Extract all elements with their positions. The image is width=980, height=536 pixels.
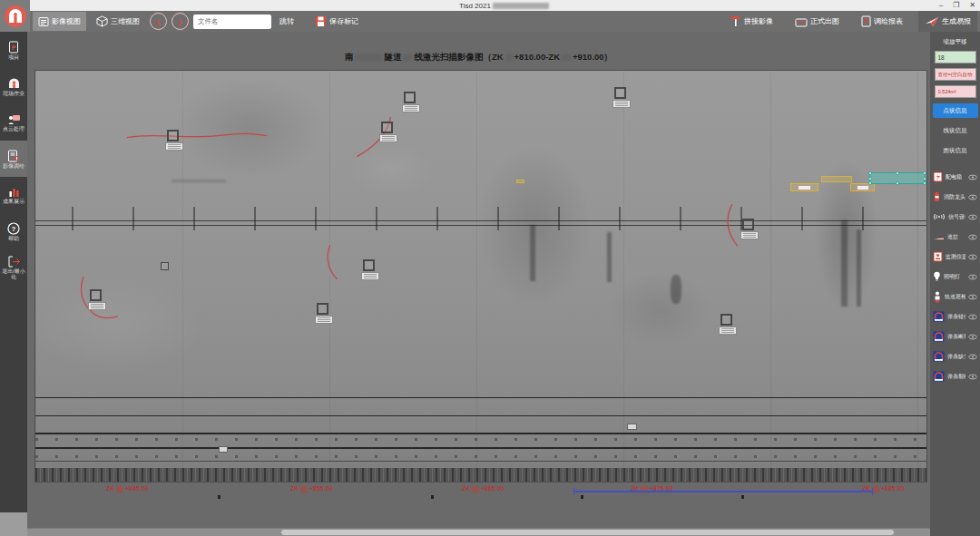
tunnel-scan-image[interactable] — [34, 70, 927, 482]
layer-item-monitor-instrument[interactable]: 监测仪器 — [930, 247, 980, 267]
layer-item-clip-defect[interactable]: 弹条裂纹 — [930, 366, 980, 386]
clip-defect — [933, 311, 945, 322]
censored-text — [505, 54, 513, 61]
defect-marker[interactable] — [167, 130, 179, 141]
layer-item-distribution-box[interactable]: 配电箱 — [930, 167, 980, 187]
form-view-icon — [38, 16, 49, 27]
layer-item-track-inspector[interactable]: 轨道巡检机 — [930, 287, 980, 307]
fire-hydrant — [933, 191, 941, 202]
mileage-label: ZK+845.00 — [106, 485, 148, 492]
selection-handle[interactable] — [868, 177, 872, 180]
chevron-left-icon: ‹ — [156, 14, 161, 30]
line-annotation[interactable] — [516, 180, 524, 183]
toolbar-button-label: 调绘报表 — [874, 16, 903, 26]
scan-title: 南隧道线激光扫描影像图（ZK+810.00-ZK+910.00） — [27, 52, 930, 63]
eye-icon[interactable] — [968, 274, 977, 280]
layer-item-clip-defect[interactable]: 弹条缺失 — [930, 346, 980, 366]
next-image-button[interactable]: › — [172, 13, 189, 30]
minimize-button[interactable]: – — [939, 1, 943, 10]
eye-icon[interactable] — [968, 374, 977, 380]
save-marks-button[interactable]: 保存标记 — [309, 12, 364, 31]
sidebar-item-field-work[interactable]: 现场作业 — [0, 68, 27, 104]
toolbar-button-stitch[interactable]: 拼接影像 — [724, 12, 779, 31]
maximize-button[interactable]: ❐ — [953, 1, 959, 10]
point-info-tab[interactable]: 点状信息 — [933, 103, 978, 118]
defect-marker[interactable] — [317, 303, 328, 315]
eye-icon[interactable] — [968, 314, 977, 320]
sidebar-item-point-cloud[interactable]: 点云处理 — [0, 104, 27, 141]
selection-handle[interactable] — [868, 171, 872, 175]
layer-label: 道岔 — [947, 233, 965, 241]
censored-text — [116, 486, 123, 492]
eye-icon[interactable] — [968, 294, 977, 300]
line-annotation[interactable] — [821, 176, 852, 182]
area-field[interactable] — [935, 85, 976, 98]
layer-item-clip-defect[interactable]: 弹条错位 — [930, 307, 980, 326]
selected-line-annotation[interactable] — [869, 172, 926, 184]
selection-handle[interactable] — [868, 181, 872, 185]
selection-handle[interactable] — [923, 181, 926, 185]
defect-marker[interactable] — [363, 259, 375, 271]
layer-label: 消防龙头 — [944, 193, 965, 201]
scrollbar-thumb[interactable] — [281, 530, 894, 535]
close-button[interactable]: ✕ — [969, 1, 975, 10]
sidebar-item-exit[interactable]: 退出/最小化 — [0, 249, 27, 286]
sidebar-item-image-survey[interactable]: 影像调绘 — [0, 141, 27, 177]
filename-input[interactable] — [193, 15, 271, 29]
three-d-view-button[interactable]: 三维视图 — [91, 12, 145, 31]
layer-label: 轨道巡检机 — [945, 293, 965, 301]
diameter-input[interactable] — [935, 68, 976, 81]
eye-icon[interactable] — [968, 334, 977, 340]
sidebar-item-results-chart[interactable]: 成果展示 — [0, 177, 27, 213]
defect-marker[interactable] — [742, 219, 754, 230]
layer-item-clip-defect[interactable]: 弹条断裂 — [930, 326, 980, 346]
defect-marker[interactable] — [404, 92, 416, 103]
defect-marker[interactable] — [161, 262, 169, 270]
defect-marker[interactable] — [90, 289, 102, 301]
defect-marker[interactable] — [614, 87, 626, 99]
selection-handle[interactable] — [923, 171, 926, 175]
layer-item-rail-switch[interactable]: 道岔 — [930, 227, 980, 247]
sidebar-item-project-doc[interactable]: P项目 — [0, 32, 27, 68]
defect-marker[interactable] — [381, 122, 393, 133]
bottom-tick — [581, 495, 583, 499]
jump-button[interactable]: 跳转 — [276, 16, 298, 26]
sidebar-item-label: 退出/最小化 — [0, 268, 27, 279]
layer-item-fire-hydrant[interactable]: 消防龙头 — [930, 187, 980, 207]
prev-image-button[interactable]: ‹ — [150, 13, 167, 30]
layer-label: 弹条断裂 — [947, 333, 965, 341]
signal-device — [933, 212, 946, 221]
selection-handle[interactable] — [896, 181, 899, 185]
line-annotation[interactable] — [790, 183, 818, 191]
generate-report-button[interactable]: 生成易报 — [918, 11, 977, 32]
defect-marker[interactable] — [720, 314, 732, 326]
measure-ruler[interactable] — [573, 491, 873, 492]
eye-icon[interactable] — [968, 254, 977, 260]
toolbar-button-report[interactable]: 调绘报表 — [856, 12, 908, 31]
selection-handle[interactable] — [923, 177, 926, 180]
layer-item-lamp[interactable]: 照明灯 — [930, 267, 980, 287]
annotation-chip — [857, 185, 868, 190]
clip-defect — [933, 331, 945, 342]
scale-input[interactable] — [935, 51, 976, 63]
eye-icon[interactable] — [968, 234, 977, 240]
line-info-tab[interactable]: 线状信息 — [933, 123, 978, 138]
eye-icon[interactable] — [968, 194, 977, 200]
area-info-tab[interactable]: 面状信息 — [933, 143, 978, 158]
toolbar-button-export[interactable]: 正式出图 — [789, 12, 845, 31]
censored-text — [403, 54, 412, 61]
sidebar-item-help[interactable]: ?帮助 — [0, 213, 27, 249]
eye-icon[interactable] — [968, 174, 977, 180]
logo-icon — [4, 5, 27, 28]
eye-icon[interactable] — [968, 354, 977, 360]
horizontal-scrollbar[interactable] — [27, 528, 930, 536]
selection-handle[interactable] — [896, 171, 899, 175]
image-canvas[interactable]: 南隧道线激光扫描影像图（ZK+810.00-ZK+910.00） — [27, 32, 930, 536]
censored-text — [872, 486, 879, 492]
clip-defect — [933, 351, 945, 362]
image-view-button[interactable]: 影像视图 — [33, 12, 86, 31]
eye-icon[interactable] — [968, 214, 977, 220]
layer-label: 弹条缺失 — [947, 353, 965, 361]
censored-text — [472, 486, 479, 492]
layer-item-signal-device[interactable]: 信号设备 — [930, 207, 980, 227]
